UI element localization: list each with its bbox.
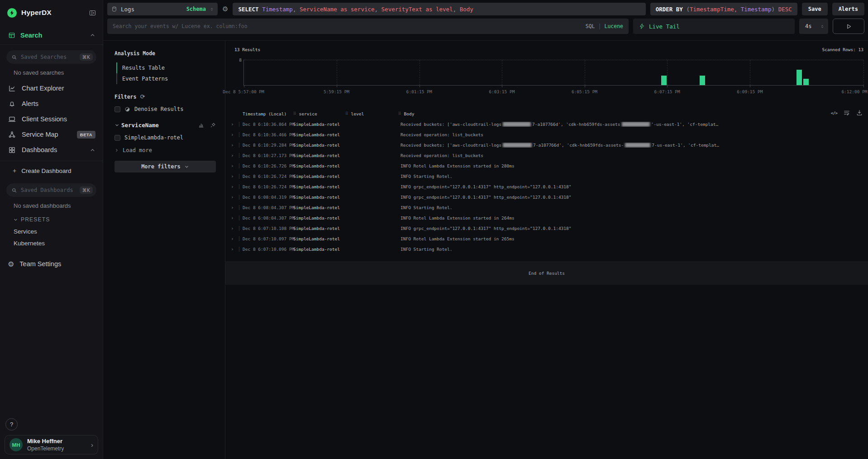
sidebar-item-team-settings[interactable]: ⚙ Team Settings [0, 256, 103, 272]
filter-value-label: SimpleLambda-rotel [124, 134, 183, 141]
row-expand-icon[interactable]: › [231, 215, 234, 221]
cell-expander: › [231, 213, 243, 223]
cell-separator [239, 236, 239, 241]
cell-expander: › [231, 140, 243, 150]
row-expand-icon[interactable]: › [231, 163, 234, 169]
drag-handle-icon[interactable]: ⠿ [398, 111, 401, 116]
filter-group-servicename[interactable]: ServiceName [114, 122, 216, 129]
user-menu[interactable]: MH Mike Heffner OpenTelemetry › [5, 435, 98, 454]
chevron-updown-icon [820, 24, 825, 29]
axis-tick [750, 85, 750, 87]
alerts-button[interactable]: Alerts [832, 3, 864, 15]
denoise-results-toggle[interactable]: Denoise Results [114, 104, 216, 115]
cell-body: Received operation: list_buckets [398, 132, 863, 137]
analysis-mode-option-results-table[interactable]: Results Table [116, 62, 216, 73]
results-histogram: 8 Dec 8 5:57:00 PM5:59:15 PM6:01:15 PM6:… [230, 54, 863, 101]
cell-separator [239, 143, 239, 148]
cell-separator [239, 215, 239, 220]
cell-body: Received operation: list_buckets [398, 153, 863, 158]
cell-separator [239, 205, 239, 210]
table-row[interactable]: › Dec 8 6:08:04.307 PM SimpleLambda-rote… [225, 213, 868, 223]
table-row[interactable]: › Dec 8 6:10:26.726 PM SimpleLambda-rote… [225, 161, 868, 171]
table-row[interactable]: › Dec 8 6:07:10.097 PM SimpleLambda-rote… [225, 234, 868, 244]
column-header-timestamp-local-[interactable]: Timestamp (Local) [243, 111, 293, 116]
run-query-button[interactable] [833, 19, 864, 34]
grid-icon [8, 146, 16, 154]
wrap-text-icon[interactable] [844, 110, 850, 116]
code-view-icon[interactable]: </> [831, 110, 837, 115]
table-header: Timestamp (Local)⠿service⠿level⠿Body [225, 108, 868, 119]
row-expand-icon[interactable]: › [231, 184, 234, 190]
table-row[interactable]: › Dec 8 6:08:04.319 PM SimpleLambda-rote… [225, 192, 868, 202]
column-header-service[interactable]: ⠿service [293, 111, 345, 116]
refresh-interval-stepper[interactable]: 4s [799, 19, 828, 34]
select-query-input[interactable]: SELECT Timestamp, ServiceName as service… [233, 3, 645, 15]
bar-chart-icon[interactable] [198, 122, 204, 128]
saved-dashboards-input[interactable]: Saved Dashboards ⌘K [6, 183, 96, 197]
user-org: OpenTelemetry [27, 445, 64, 452]
cell-service: SimpleLambda-rotel [293, 226, 345, 231]
histogram-bar [803, 79, 809, 85]
table-row[interactable]: › Dec 8 6:10:26.724 PM SimpleLambda-rote… [225, 171, 868, 182]
mode-sql[interactable]: SQL [586, 23, 595, 29]
column-header-level[interactable]: ⠿level [345, 111, 398, 116]
table-row[interactable]: › Dec 8 6:07:10.108 PM SimpleLambda-rote… [225, 223, 868, 234]
event-search-input[interactable]: Search your events w/ Lucene ex. column:… [107, 19, 629, 34]
sidebar-item-alerts[interactable]: Alerts [0, 96, 103, 111]
preset-item-kubernetes[interactable]: Kubernetes [0, 237, 103, 249]
help-button[interactable]: ? [5, 418, 18, 430]
cell-separator [239, 163, 239, 168]
query-settings-gear-icon[interactable]: ⚙ [222, 5, 228, 13]
nodes-icon [8, 131, 16, 139]
create-dashboard-button[interactable]: + Create Dashboard [0, 163, 103, 178]
table-row[interactable]: › Dec 8 6:10:36.466 PM SimpleLambda-rote… [225, 129, 868, 140]
row-expand-icon[interactable]: › [231, 121, 234, 127]
table-row[interactable]: › Dec 8 6:10:26.724 PM SimpleLambda-rote… [225, 182, 868, 192]
load-more-button[interactable]: Load more [114, 147, 216, 153]
drag-handle-icon[interactable]: ⠿ [345, 111, 348, 116]
chevron-up-icon[interactable] [90, 32, 95, 38]
schema-button[interactable]: Schema [186, 6, 206, 12]
save-button[interactable]: Save [802, 3, 828, 15]
table-row[interactable]: › Dec 8 6:10:36.864 PM SimpleLambda-rote… [225, 119, 868, 129]
row-expand-icon[interactable]: › [231, 194, 234, 200]
drag-handle-icon[interactable]: ⠿ [293, 111, 296, 116]
sidebar-item-client-sessions[interactable]: Client Sessions [0, 111, 103, 127]
order-by-input[interactable]: ORDER BY (TimestampTime, Timestamp) DESC [650, 3, 797, 15]
filter-value-simplelambda-rotel[interactable]: SimpleLambda-rotel [114, 132, 216, 143]
row-expand-icon[interactable]: › [231, 236, 234, 242]
row-expand-icon[interactable]: › [231, 173, 234, 179]
sidebar-item-service-map[interactable]: Service Map BETA [0, 127, 103, 142]
sidebar-item-dashboards[interactable]: Dashboards [0, 142, 103, 158]
denoise-checkbox[interactable] [114, 106, 120, 112]
sidebar-item-search[interactable]: Search [0, 29, 103, 41]
presets-section-toggle[interactable]: PRESETS [0, 216, 103, 223]
preset-item-services[interactable]: Services [0, 225, 103, 237]
row-expand-icon[interactable]: › [231, 246, 234, 252]
row-expand-icon[interactable]: › [231, 142, 234, 148]
monitor-icon [8, 115, 16, 123]
more-filters-button[interactable]: More filters [114, 161, 216, 172]
download-icon[interactable] [856, 110, 863, 116]
analysis-mode-option-event-patterns[interactable]: Event Patterns [116, 73, 216, 84]
saved-searches-input[interactable]: Saved Searches ⌘K [6, 50, 96, 64]
row-expand-icon[interactable]: › [231, 225, 234, 231]
refresh-icon[interactable]: ⟳ [140, 93, 145, 100]
lightning-bolt-icon [639, 23, 645, 29]
mode-lucene[interactable]: Lucene [604, 23, 623, 29]
live-tail-button[interactable]: Live Tail [633, 19, 795, 34]
filters-title: Filters ⟳ [114, 93, 216, 100]
sidebar-item-chart-explorer[interactable]: Chart Explorer [0, 81, 103, 96]
row-expand-icon[interactable]: › [231, 205, 234, 210]
column-header-body[interactable]: ⠿Body [398, 111, 863, 116]
table-row[interactable]: › Dec 8 6:10:27.173 PM SimpleLambda-rote… [225, 150, 868, 161]
sidebar-collapse-icon[interactable] [89, 9, 96, 17]
source-select[interactable]: Logs Schema [107, 3, 218, 15]
row-expand-icon[interactable]: › [231, 132, 234, 138]
table-row[interactable]: › Dec 8 6:08:04.307 PM SimpleLambda-rote… [225, 202, 868, 213]
row-expand-icon[interactable]: › [231, 153, 234, 158]
table-row[interactable]: › Dec 8 6:10:29.284 PM SimpleLambda-rote… [225, 140, 868, 150]
pin-icon[interactable] [210, 122, 216, 128]
filter-checkbox[interactable] [114, 135, 120, 141]
table-row[interactable]: › Dec 8 6:07:10.096 PM SimpleLambda-rote… [225, 244, 868, 254]
